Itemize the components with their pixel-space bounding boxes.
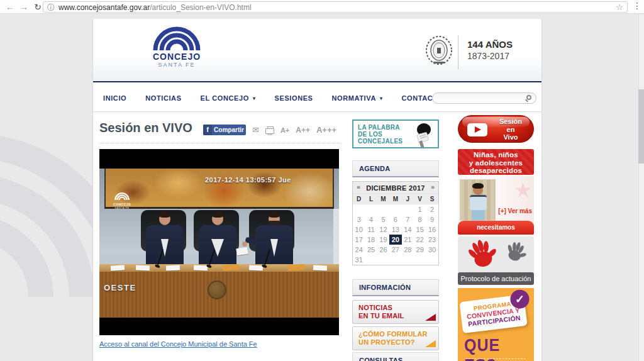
programa-convivencia-card[interactable]: PROGRAMA CONVIVENCIA Y PARTICIPACIÓN ✓ Q… (458, 288, 534, 361)
desk-paper (313, 265, 327, 270)
calendar-day[interactable]: 15 (414, 225, 426, 235)
facebook-share-button[interactable]: f Compartir (203, 125, 246, 135)
search-box (432, 92, 536, 104)
calendar-day[interactable]: 14 (402, 225, 414, 235)
calendar-prev-button[interactable]: « (357, 183, 360, 191)
browser-toolbar: ← → ↻ ⓘ www.concejosantafe.gov.ar/articu… (0, 0, 644, 14)
protocolo-actuacion-bar[interactable]: Protocolo de actuación (458, 272, 534, 285)
person-torso (199, 225, 236, 264)
search-icon[interactable] (526, 95, 531, 100)
calendar-day-empty (414, 255, 426, 265)
missing-children-banner[interactable]: Niñas, niños y adolescentes desaparecido… (458, 149, 534, 175)
missing-child-photo[interactable] (460, 179, 496, 221)
facebook-icon: f (203, 125, 212, 135)
nav-item-el-concejo[interactable]: EL CONCEJO▾ (201, 94, 256, 102)
microphone-icon (409, 122, 435, 148)
sesion-en-vivo-button[interactable]: Sesión en Vivo (458, 115, 534, 143)
live-session-video[interactable]: CONCEJO SANTA FE 2017-12-14 13:05:57 Jue (99, 149, 339, 335)
calendar-day[interactable]: 9 (426, 214, 438, 225)
print-icon[interactable] (265, 128, 274, 134)
font-size-large-button[interactable]: A+++ (316, 125, 336, 135)
calendar-day[interactable]: 23 (426, 235, 438, 245)
browser-menu-icon[interactable]: ⋮ (633, 1, 641, 11)
desk-folder (288, 264, 305, 271)
calendar-next-button[interactable]: » (431, 183, 435, 191)
palabra-concejales-banner[interactable]: LA PALABRA DE LOS CONCEJALES (352, 119, 439, 148)
calendar-day[interactable]: 13 (389, 225, 401, 235)
page-scrollbar[interactable] (638, 14, 644, 361)
nav-item-sesiones[interactable]: SESIONES (275, 94, 313, 102)
desk-folder (223, 264, 239, 270)
child-body (470, 195, 487, 210)
desk-emblem (208, 280, 226, 299)
calendar-day[interactable]: 24 (353, 245, 365, 255)
calendar-day[interactable]: 16 (426, 225, 438, 235)
page-info-icon[interactable]: ⓘ (47, 3, 55, 13)
calendar-day[interactable]: 18 (365, 235, 377, 245)
palabra-text: LA PALABRA DE LOS CONCEJALES (358, 124, 402, 145)
calendar-day-empty (426, 255, 438, 265)
calendar-day[interactable]: 5 (377, 214, 389, 225)
calendar-day[interactable]: 30 (426, 245, 438, 255)
address-bar[interactable]: ⓘ www.concejosantafe.gov.ar/articulo_Ses… (43, 1, 628, 13)
calendar-day[interactable]: 4 (365, 214, 377, 225)
reload-icon[interactable]: ↻ (31, 1, 44, 13)
calendar-day[interactable]: 6 (389, 214, 401, 225)
bookmark-icon[interactable]: ☆ (616, 3, 623, 12)
calendar-day[interactable]: 1 (414, 204, 426, 214)
scrollbar-thumb[interactable] (638, 89, 644, 164)
ver-mas-link[interactable]: [+] Ver más (498, 208, 532, 214)
calendar-day[interactable]: 25 (365, 245, 377, 255)
protocolo-hands-card[interactable] (458, 236, 534, 272)
calendar-day[interactable]: 28 (402, 245, 414, 255)
calendar-day[interactable]: 12 (377, 225, 389, 235)
nav-item-normativa[interactable]: NORMATIVA▾ (332, 94, 383, 102)
font-size-small-button[interactable]: A+ (280, 126, 289, 134)
person-hand (242, 242, 247, 247)
calendar-day[interactable]: 19 (377, 235, 389, 245)
calendar-day[interactable]: 10 (353, 225, 365, 235)
anniversary-years: 144 AÑOS (467, 39, 513, 50)
programa-tilted-card: PROGRAMA CONVIVENCIA Y PARTICIPACIÓN ✓ (459, 294, 527, 333)
calendar-day[interactable]: 27 (389, 245, 401, 255)
site-logo[interactable]: CONCEJO SANTA FE (151, 23, 203, 68)
calendar-day-empty (389, 255, 401, 265)
calendar-day[interactable]: 3 (353, 214, 365, 225)
back-icon[interactable]: ← (4, 1, 16, 13)
channel-access-link[interactable]: Acceso al canal del Concejo Municipal de… (99, 340, 257, 348)
calendar-day-empty (402, 204, 414, 214)
nav-item-inicio[interactable]: INICIO (103, 94, 126, 102)
calendar-day[interactable]: 8 (414, 214, 426, 225)
camera-label: OESTE (104, 283, 136, 292)
email-icon[interactable]: ✉ (252, 125, 259, 135)
nav-item-noticias[interactable]: NOTICIAS (145, 94, 181, 102)
desk-paper (111, 265, 125, 271)
star-watermark-icon: ★ (514, 177, 533, 203)
url-path: /articulo_Sesion-en-VIVO.html (150, 3, 251, 12)
search-input[interactable] (439, 94, 521, 103)
calendar-day[interactable]: 7 (402, 214, 414, 225)
calendar-day[interactable]: 17 (353, 235, 365, 245)
logo-subtitle: SANTA FE (151, 62, 203, 68)
corner-arrow-icon (425, 314, 436, 321)
necesitamos-encontrarlos-banner[interactable]: necesitamos encontrarlos (458, 221, 534, 235)
person-head (212, 213, 223, 225)
desk-paper (249, 265, 263, 271)
paper-sheet (236, 247, 248, 256)
calendar-day[interactable]: 22 (414, 235, 426, 245)
noticias-email-button[interactable]: NOTICIAS EN TU EMAIL (352, 300, 439, 324)
video-scene: CONCEJO SANTA FE 2017-12-14 13:05:57 Jue (99, 169, 339, 318)
forward-icon[interactable]: → (18, 1, 30, 13)
como-formular-proyecto-button[interactable]: ¿CÓMO FORMULAR UN PROYECTO? (352, 326, 439, 350)
font-size-medium-button[interactable]: A++ (296, 126, 310, 135)
calendar-day[interactable]: 20 (389, 235, 401, 245)
calendar-day[interactable]: 26 (377, 245, 389, 255)
calendar-day[interactable]: 29 (414, 245, 426, 255)
calendar-day[interactable]: 2 (426, 204, 438, 214)
calendar-day[interactable]: 11 (365, 225, 377, 235)
check-icon: ✓ (510, 290, 529, 309)
video-watermark: CONCEJO SANTA FE (113, 191, 131, 209)
calendar-day[interactable]: 21 (402, 235, 414, 245)
calendar-day[interactable]: 31 (353, 255, 365, 265)
logo-title: CONCEJO (151, 52, 203, 62)
